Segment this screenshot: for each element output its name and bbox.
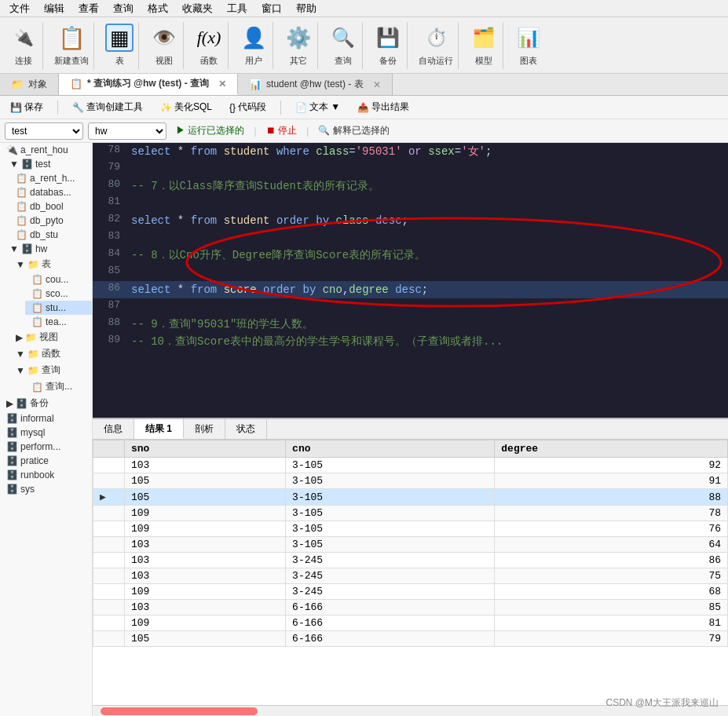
menu-item-file[interactable]: 文件 xyxy=(3,0,36,17)
menu-item-tools[interactable]: 工具 xyxy=(221,0,254,17)
backup-icon[interactable]: 💾 xyxy=(374,24,402,52)
sidebar-item-perform[interactable]: 🗄️ perform... xyxy=(0,440,92,454)
cell-degree: 92 xyxy=(495,458,728,473)
cell-degree: 78 xyxy=(495,506,728,521)
tables-folder-icon: 📁 xyxy=(27,259,39,270)
backup-db-icon: 🗄️ xyxy=(16,398,27,409)
connect-label: 连接 xyxy=(15,55,32,67)
hw-db-icon: 🗄️ xyxy=(21,243,33,254)
sidebar-item-sco[interactable]: 📋 sco... xyxy=(25,287,92,301)
result-tab-info[interactable]: 信息 xyxy=(93,419,134,439)
query-icon[interactable]: 🔍 xyxy=(329,24,357,52)
db-toolbar: test hw ▶ 运行已选择的 | ⏹ 停止 | 🔍 解释已选择的 xyxy=(0,119,728,143)
code-editor[interactable]: 78 select * from student where class='95… xyxy=(93,143,728,418)
user-label: 用户 xyxy=(245,55,262,67)
function-icon[interactable]: f(x) xyxy=(195,24,223,52)
sidebar-item-hw[interactable]: ▼ 🗄️ hw xyxy=(0,242,92,256)
student-tab-icon: 📊 xyxy=(249,79,262,90)
view-icon[interactable]: 👁️ xyxy=(150,24,178,52)
sidebar-item-backup[interactable]: ▶ 🗄️ 备份 xyxy=(0,395,92,411)
sidebar-item-dbpyto[interactable]: 📋 db_pyto xyxy=(9,214,92,228)
chart-icon[interactable]: 📊 xyxy=(514,24,543,52)
line-num-88: 88 xyxy=(93,316,128,328)
db-select-1[interactable]: test xyxy=(5,122,83,140)
sidebar-item-mysql[interactable]: 🗄️ mysql xyxy=(0,426,92,440)
toolbar-view: 👁️ 视图 xyxy=(145,22,184,69)
sidebar-item-runbook[interactable]: 🗄️ runbook xyxy=(0,468,92,482)
sidebar-item-stu[interactable]: 📋 stu... xyxy=(25,301,92,315)
explain-button[interactable]: 🔍 解释已选择的 xyxy=(313,122,393,139)
cell-sno: 109 xyxy=(125,584,286,600)
tea-label: tea... xyxy=(46,316,67,327)
sidebar-item-functions[interactable]: ▼ 📁 函数 xyxy=(9,345,92,362)
save-button[interactable]: 💾 保存 xyxy=(5,98,49,116)
sidebar-item-tables[interactable]: ▼ 📁 表 xyxy=(9,256,92,272)
tab-query[interactable]: 📋 * 查询练习 @hw (test) - 查询 ✕ xyxy=(59,74,238,95)
mysql-label: mysql xyxy=(20,427,45,438)
tab-object[interactable]: 📁 对象 xyxy=(0,74,59,95)
sidebar-item-queries[interactable]: ▼ 📁 查询 xyxy=(9,362,92,378)
dbbool-icon: 📋 xyxy=(16,201,27,212)
menu-item-edit[interactable]: 编辑 xyxy=(38,0,71,17)
menu-item-format[interactable]: 格式 xyxy=(141,0,174,17)
sidebar-item-connection[interactable]: 🔌 a_rent_hou xyxy=(0,143,92,157)
database-label: databas... xyxy=(30,187,71,198)
result-tab-results[interactable]: 结果 1 xyxy=(134,419,184,439)
user-icon[interactable]: 👤 xyxy=(240,24,268,52)
cell-degree: 75 xyxy=(495,568,728,584)
tab-query-close[interactable]: ✕ xyxy=(218,79,226,90)
stop-button[interactable]: ⏹ 停止 xyxy=(262,122,302,139)
menu-item-window[interactable]: 窗口 xyxy=(255,0,288,17)
results-table-container[interactable]: sno cno degree 1033-105921053-10591▶1053… xyxy=(93,440,728,705)
autorun-icon[interactable]: ⏱️ xyxy=(422,24,450,52)
text-button[interactable]: 📄 文本 ▼ xyxy=(290,98,346,116)
tab-student[interactable]: 📊 student @hw (test) - 表 ✕ xyxy=(238,74,393,95)
table-row: 1093-24568 xyxy=(93,584,728,600)
cell-degree: 86 xyxy=(495,553,728,568)
toolbar-query: 🔍 查询 xyxy=(324,22,363,69)
menu-item-help[interactable]: 帮助 xyxy=(290,0,323,17)
cell-degree: 79 xyxy=(495,631,728,647)
sidebar-item-informal[interactable]: 🗄️ informal xyxy=(0,411,92,426)
cell-cno: 6-166 xyxy=(286,600,495,616)
sidebar-item-sys[interactable]: 🗄️ sys xyxy=(0,482,92,496)
sidebar-item-tea[interactable]: 📋 tea... xyxy=(25,315,92,329)
query-builder-icon: 🔧 xyxy=(72,102,84,113)
sidebar-item-cou[interactable]: 📋 cou... xyxy=(25,272,92,287)
db-select-2[interactable]: hw xyxy=(88,122,166,140)
menu-item-favorites[interactable]: 收藏夹 xyxy=(176,0,219,17)
sidebar-item-dbbool[interactable]: 📋 db_bool xyxy=(9,199,92,214)
table-icon[interactable]: ▦ xyxy=(105,24,134,52)
scrollbar-thumb[interactable] xyxy=(101,707,258,715)
cell-cno: 6-166 xyxy=(286,631,495,647)
tab-student-label: student @hw (test) - 表 xyxy=(266,78,364,91)
sidebar-item-arent[interactable]: 📋 a_rent_h... xyxy=(9,171,92,185)
export-button[interactable]: 📤 导出结果 xyxy=(352,98,415,116)
sidebar-item-test[interactable]: ▼ 🗄️ test xyxy=(0,157,92,171)
result-tab-profile[interactable]: 剖析 xyxy=(184,419,225,439)
cell-cno: 3-105 xyxy=(286,458,495,473)
run-button[interactable]: ▶ 运行已选择的 xyxy=(171,122,249,139)
hw-tables: 📋 cou... 📋 sco... 📋 stu... 📋 tea... xyxy=(9,272,92,329)
table-row: 1056-16679 xyxy=(93,631,728,647)
query-builder-button[interactable]: 🔧 查询创建工具 xyxy=(67,98,148,116)
code-snippet-button[interactable]: {} 代码段 xyxy=(224,98,272,116)
cell-degree: 76 xyxy=(495,521,728,537)
model-icon[interactable]: 🗂️ xyxy=(470,24,498,52)
sidebar-item-database[interactable]: 📋 databas... xyxy=(9,185,92,199)
sidebar-item-dbstu[interactable]: 📋 db_stu xyxy=(9,228,92,242)
tab-student-close[interactable]: ✕ xyxy=(373,79,381,90)
menu-item-query[interactable]: 查询 xyxy=(107,0,140,17)
functions-icon: 📁 xyxy=(27,349,39,360)
sidebar-item-pratice[interactable]: 🗄️ pratice xyxy=(0,454,92,468)
test-db-icon: 🗄️ xyxy=(21,159,33,170)
menu-item-view[interactable]: 查看 xyxy=(72,0,105,17)
sidebar-item-query1[interactable]: 📋 查询... xyxy=(25,378,92,395)
result-tab-status[interactable]: 状态 xyxy=(225,419,267,439)
sidebar-item-views[interactable]: ▶ 📁 视图 xyxy=(9,329,92,345)
other-icon[interactable]: ⚙️ xyxy=(284,24,313,52)
text-label: 文本 ▼ xyxy=(309,100,340,114)
beautify-sql-button[interactable]: ✨ 美化SQL xyxy=(155,98,218,116)
connect-icon[interactable]: 🔌 xyxy=(9,24,38,52)
new-query-icon[interactable]: 📋 xyxy=(57,24,86,52)
